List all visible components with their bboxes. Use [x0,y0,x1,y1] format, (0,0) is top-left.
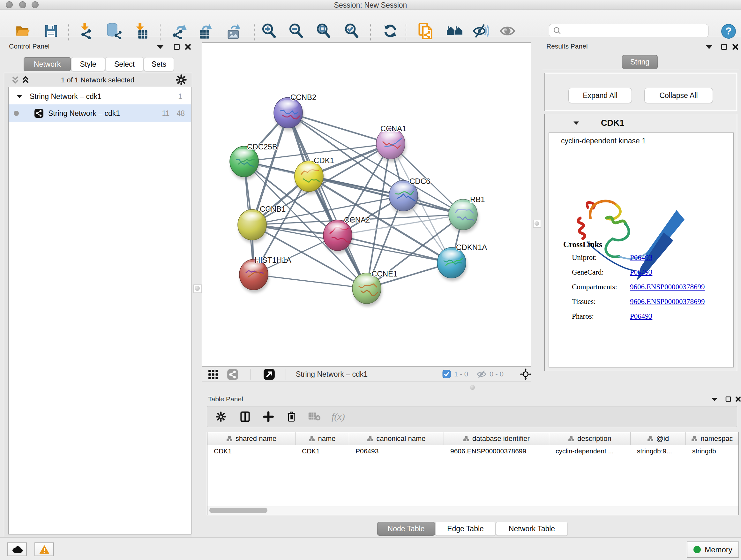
first-neighbors-button[interactable] [446,22,464,40]
tab-edge-table[interactable]: Edge Table [435,522,495,536]
collapse-all-networks-button[interactable] [11,75,20,85]
crosslink-uniprot[interactable]: P06493 [630,253,652,262]
network-node-cdkn1a[interactable] [437,247,466,278]
control-panel-menu-button[interactable] [156,44,164,50]
column-header-namespace[interactable]: namespac [686,432,738,445]
column-header-shared-name[interactable]: shared name [207,432,295,445]
results-panel-menu-button[interactable] [705,44,713,50]
search-field[interactable] [549,24,709,37]
collapse-all-button[interactable]: Collapse All [644,88,713,103]
collection-expander-icon[interactable] [16,94,23,99]
selected-checkbox[interactable] [442,370,451,378]
network-edge[interactable] [288,113,367,288]
section-expander-icon[interactable] [573,120,580,125]
detach-view-button[interactable] [263,368,275,380]
network-edge[interactable] [309,176,463,214]
cell-description[interactable]: cyclin-dependent ... [549,445,630,457]
cell-database-identifier[interactable]: 9606.ENSP00000378699 [444,445,549,457]
splitter-handle-horizontal[interactable] [470,385,475,390]
export-table-button[interactable] [196,22,214,40]
help-button[interactable]: ? [721,23,737,39]
zoom-selected-button[interactable] [343,22,360,40]
tab-style[interactable]: Style [71,57,105,71]
grid-view-button[interactable] [208,369,219,380]
cell-name[interactable]: CDK1 [295,445,349,457]
zoom-in-button[interactable] [260,22,278,40]
network-edge[interactable] [288,113,391,144]
network-edge[interactable] [254,274,367,288]
expand-all-networks-button[interactable] [21,75,30,85]
tab-network-table[interactable]: Network Table [496,522,568,536]
table-panel-close-button[interactable] [735,396,741,402]
show-hide-graphics-button[interactable] [472,22,489,40]
open-session-button[interactable] [13,22,31,40]
table-horizontal-scrollbar[interactable] [207,506,738,515]
tab-string[interactable]: String [622,55,658,69]
export-image-button[interactable] [225,22,243,40]
tab-node-table[interactable]: Node Table [377,522,435,536]
memory-status-button[interactable]: Memory [687,542,739,558]
save-session-button[interactable] [42,22,60,40]
network-collection-row[interactable]: String Network – cdk1 1 [9,87,191,105]
crosslink-pharos[interactable]: P06493 [630,312,652,320]
create-column-button[interactable] [263,411,274,422]
delete-column-button[interactable] [286,411,297,423]
network-node-ccnb2[interactable] [274,98,302,128]
function-builder-button-disabled[interactable]: f(x) [332,411,345,422]
column-header-id[interactable]: @id [630,432,686,445]
column-header-database-identifier[interactable]: database identifier [444,432,549,445]
network-node-rb1[interactable] [449,199,477,230]
control-panel-close-button[interactable] [185,44,192,51]
crosslink-genecard[interactable]: P06493 [630,268,652,276]
show-columns-button[interactable] [239,411,251,423]
network-node-ccna1[interactable] [376,128,405,159]
table-panel-float-button[interactable] [725,396,731,402]
splitter-handle-left[interactable] [193,285,202,293]
import-database-button[interactable] [105,22,123,40]
network-row-selected[interactable]: String Network – cdk1 11 48 [9,105,191,122]
cell-id[interactable]: stringdb:9... [630,445,686,457]
column-header-name[interactable]: name [295,432,349,445]
import-table-button[interactable] [132,22,150,40]
search-input[interactable] [561,26,703,35]
zoom-fit-button[interactable] [315,22,333,40]
network-view-mode-button[interactable] [227,369,239,380]
cell-canonical-name[interactable]: P06493 [349,445,444,457]
cloud-status-button[interactable] [7,543,27,556]
hide-graphics-details-button[interactable] [498,22,516,40]
crosslink-compartments[interactable]: 9606.ENSP00000378699 [630,283,705,291]
crosslink-tissues[interactable]: 9606.ENSP00000378699 [630,298,705,306]
results-panel-close-button[interactable] [732,44,739,51]
tab-network[interactable]: Network [23,57,71,71]
tab-select[interactable]: Select [105,57,144,71]
table-panel-menu-button[interactable] [711,397,718,402]
network-options-button[interactable] [175,73,188,86]
network-canvas[interactable]: CCNB2CCNA1CDC25BCDK1CDC6RB1CCNB1CCNA2CDK… [202,43,531,367]
table-row[interactable]: CDK1 CDK1 P06493 9606.ENSP00000378699 cy… [207,445,738,457]
network-node-ccnb1[interactable] [238,209,266,240]
expand-all-button[interactable]: Expand All [568,88,632,103]
clear-table-button-disabled[interactable] [308,412,321,422]
birds-eye-button[interactable] [520,368,532,380]
results-panel-float-button[interactable] [721,44,728,51]
splitter-handle-right[interactable] [533,220,541,228]
houses-icon [446,22,463,40]
scrollbar-thumb[interactable] [209,508,267,513]
column-header-description[interactable]: description [549,432,630,445]
column-header-canonical-name[interactable]: canonical name [349,432,444,445]
table-settings-button[interactable] [215,411,227,423]
zoom-out-button[interactable] [287,22,305,40]
warnings-button[interactable] [35,543,54,556]
control-panel-float-button[interactable] [173,44,180,51]
network-node-cdk1[interactable] [294,161,323,192]
apply-layout-button[interactable] [381,22,399,40]
tab-sets[interactable]: Sets [144,57,174,71]
export-network-button[interactable] [171,22,189,40]
cell-namespace[interactable]: stringdb [686,445,738,457]
gene-section-header[interactable]: CDK1 [545,114,737,132]
clone-network-button[interactable] [417,22,434,40]
import-network-button[interactable] [77,22,95,40]
cell-shared-name[interactable]: CDK1 [207,445,295,457]
network-node-ccna2[interactable] [323,220,352,251]
hidden-items-button[interactable] [476,369,487,379]
